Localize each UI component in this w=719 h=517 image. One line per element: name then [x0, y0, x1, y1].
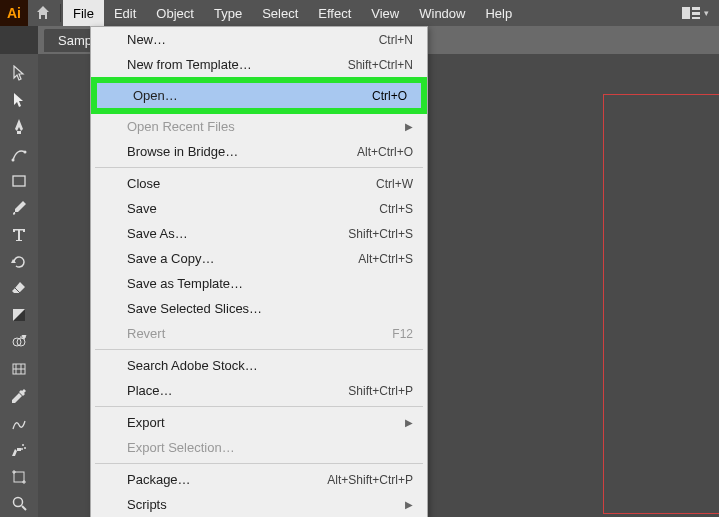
- menu-export[interactable]: Export▶: [91, 410, 427, 435]
- app-icon: Ai: [0, 0, 28, 26]
- tutorial-highlight: Open…Ctrl+O: [91, 77, 427, 114]
- svg-point-5: [24, 151, 27, 154]
- menu-revert[interactable]: RevertF12: [91, 321, 427, 346]
- menu-open-recent[interactable]: Open Recent Files▶: [91, 114, 427, 139]
- gradient-tool[interactable]: [3, 302, 35, 329]
- menu-export-selection[interactable]: Export Selection…: [91, 435, 427, 460]
- svg-rect-3: [692, 17, 700, 19]
- menu-separator: [95, 406, 423, 407]
- menu-save-as[interactable]: Save As…Shift+Ctrl+S: [91, 221, 427, 246]
- menu-save-copy[interactable]: Save a Copy…Alt+Ctrl+S: [91, 246, 427, 271]
- rectangle-tool[interactable]: [3, 168, 35, 195]
- panel-strip-corner: [0, 26, 38, 54]
- menu-save-slices[interactable]: Save Selected Slices…: [91, 296, 427, 321]
- home-button[interactable]: [28, 0, 58, 26]
- menu-scripts[interactable]: Scripts▶: [91, 492, 427, 517]
- svg-point-15: [24, 447, 26, 449]
- svg-line-23: [22, 506, 26, 510]
- menu-new[interactable]: New…Ctrl+N: [91, 27, 427, 52]
- svg-rect-2: [692, 12, 700, 15]
- menu-window[interactable]: Window: [409, 0, 475, 26]
- menu-package[interactable]: Package…Alt+Shift+Ctrl+P: [91, 467, 427, 492]
- pen-tool[interactable]: [3, 114, 35, 141]
- menu-edit[interactable]: Edit: [104, 0, 146, 26]
- menu-separator: [95, 167, 423, 168]
- menu-separator: [95, 463, 423, 464]
- svg-rect-6: [13, 176, 25, 186]
- submenu-arrow-icon: ▶: [405, 121, 413, 132]
- menubar-right: ▾: [682, 7, 719, 19]
- svg-rect-1: [692, 7, 700, 10]
- artboard-outline: [603, 94, 719, 514]
- type-tool[interactable]: [3, 221, 35, 248]
- eraser-tool[interactable]: [3, 275, 35, 302]
- menu-separator: [95, 349, 423, 350]
- divider: [60, 4, 61, 22]
- workspace-switcher-icon[interactable]: [682, 7, 700, 19]
- menu-help[interactable]: Help: [475, 0, 522, 26]
- curvature-tool[interactable]: [3, 141, 35, 168]
- menu-type[interactable]: Type: [204, 0, 252, 26]
- rotate-tool[interactable]: [3, 248, 35, 275]
- menu-close[interactable]: CloseCtrl+W: [91, 171, 427, 196]
- menu-place[interactable]: Place…Shift+Ctrl+P: [91, 378, 427, 403]
- menu-search-stock[interactable]: Search Adobe Stock…: [91, 353, 427, 378]
- menu-browse-bridge[interactable]: Browse in Bridge…Alt+Ctrl+O: [91, 139, 427, 164]
- artboard-tool[interactable]: [3, 463, 35, 490]
- svg-point-22: [13, 497, 22, 506]
- menu-save[interactable]: SaveCtrl+S: [91, 196, 427, 221]
- direct-selection-tool[interactable]: [3, 87, 35, 114]
- symbol-sprayer-tool[interactable]: [3, 436, 35, 463]
- submenu-arrow-icon: ▶: [405, 417, 413, 428]
- svg-rect-17: [14, 472, 24, 482]
- menu-new-from-template[interactable]: New from Template…Shift+Ctrl+N: [91, 52, 427, 77]
- chevron-down-icon: ▾: [704, 8, 709, 18]
- svg-point-14: [22, 444, 24, 446]
- zoom-tool[interactable]: [3, 490, 35, 517]
- menu-object[interactable]: Object: [146, 0, 204, 26]
- menu-effect[interactable]: Effect: [308, 0, 361, 26]
- menu-items: File Edit Object Type Select Effect View…: [63, 0, 522, 26]
- menu-open[interactable]: Open…Ctrl+O: [97, 83, 421, 108]
- menu-save-template[interactable]: Save as Template…: [91, 271, 427, 296]
- svg-point-16: [21, 448, 23, 450]
- submenu-arrow-icon: ▶: [405, 499, 413, 510]
- blend-tool[interactable]: [3, 409, 35, 436]
- toolbar: [0, 54, 38, 517]
- svg-rect-0: [682, 7, 690, 19]
- perspective-tool[interactable]: [3, 356, 35, 383]
- selection-tool[interactable]: [3, 60, 35, 87]
- paintbrush-tool[interactable]: [3, 194, 35, 221]
- menu-select[interactable]: Select: [252, 0, 308, 26]
- menubar: Ai File Edit Object Type Select Effect V…: [0, 0, 719, 26]
- file-menu-dropdown: New…Ctrl+N New from Template…Shift+Ctrl+…: [90, 26, 428, 517]
- eyedropper-tool[interactable]: [3, 383, 35, 410]
- shape-builder-tool[interactable]: [3, 329, 35, 356]
- menu-view[interactable]: View: [361, 0, 409, 26]
- menu-file[interactable]: File: [63, 0, 104, 26]
- svg-point-4: [12, 159, 15, 162]
